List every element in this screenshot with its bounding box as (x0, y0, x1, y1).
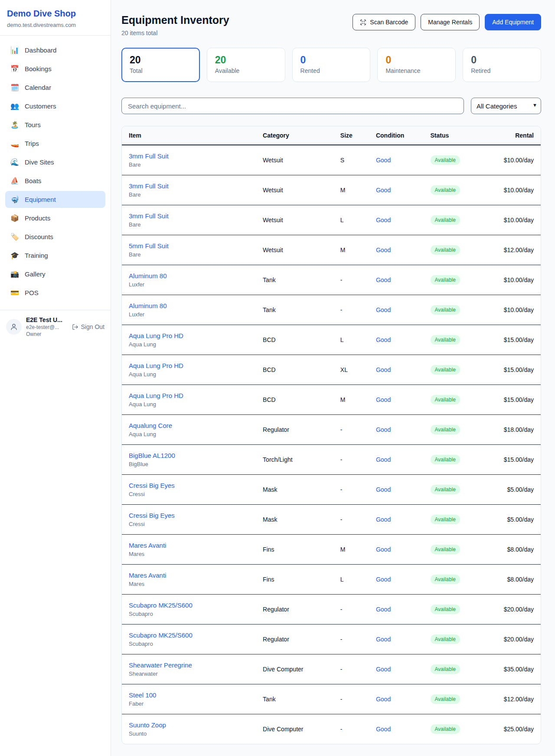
item-name-link[interactable]: Aluminum 80 (129, 302, 167, 309)
stat-label: Total (130, 67, 192, 74)
table-row[interactable]: Aqua Lung Pro HD Aqua Lung BCD L Good Av… (122, 325, 541, 355)
table-row[interactable]: Mares Avanti Mares Fins M Good Available… (122, 534, 541, 564)
brand-block: Demo Dive Shop demo.test.divestreams.com (0, 0, 111, 36)
pos-icon: 💳 (10, 289, 19, 297)
item-name-link[interactable]: BigBlue AL1200 (129, 452, 175, 459)
stat-card-total[interactable]: 20 Total (121, 48, 200, 82)
table-row[interactable]: Mares Avanti Mares Fins L Good Available… (122, 564, 541, 594)
sidebar-item-customers[interactable]: 👥 Customers (5, 98, 105, 115)
table-row[interactable]: 3mm Full Suit Bare Wetsuit M Good Availa… (122, 175, 541, 205)
sidebar-item-trips[interactable]: 🚤 Trips (5, 135, 105, 152)
sidebar-item-calendar[interactable]: 🗓️ Calendar (5, 79, 105, 96)
item-name-link[interactable]: Cressi Big Eyes (129, 512, 175, 519)
manage-rentals-label: Manage Rentals (428, 19, 472, 26)
category-select[interactable]: All Categories (471, 98, 541, 114)
sign-out-button[interactable]: Sign Out (72, 323, 104, 330)
item-name-link[interactable]: Aluminum 80 (129, 272, 167, 279)
table-row[interactable]: 3mm Full Suit Bare Wetsuit S Good Availa… (122, 145, 541, 175)
condition-value: Good (376, 187, 391, 194)
sidebar-item-dashboard[interactable]: 📊 Dashboard (5, 42, 105, 59)
sidebar-item-training[interactable]: 🎓 Training (5, 247, 105, 264)
item-cell: 3mm Full Suit Bare (122, 205, 256, 235)
sidebar-item-pos[interactable]: 💳 POS (5, 284, 105, 301)
item-name-link[interactable]: Shearwater Peregrine (129, 661, 192, 669)
item-name-link[interactable]: Mares Avanti (129, 542, 166, 549)
manage-rentals-button[interactable]: Manage Rentals (421, 14, 480, 30)
size-cell: - (333, 265, 369, 295)
item-cell: Steel 100 Faber (122, 684, 256, 714)
table-row[interactable]: Aqua Lung Pro HD Aqua Lung BCD XL Good A… (122, 355, 541, 385)
scan-barcode-button[interactable]: Scan Barcode (353, 14, 415, 30)
sidebar-item-products[interactable]: 📦 Products (5, 210, 105, 227)
table-row[interactable]: Aluminum 80 Luxfer Tank - Good Available… (122, 295, 541, 325)
item-name-link[interactable]: 3mm Full Suit (129, 182, 169, 190)
item-cell: Aqua Lung Pro HD Aqua Lung (122, 385, 256, 414)
add-equipment-label: Add Equipment (492, 19, 534, 26)
stat-card-available[interactable]: 20 Available (207, 48, 285, 82)
item-name-link[interactable]: Cressi Big Eyes (129, 482, 175, 489)
status-badge: Available (431, 724, 460, 734)
size-cell: - (333, 444, 369, 474)
search-input[interactable] (121, 98, 464, 114)
item-name-link[interactable]: Aqualung Core (129, 422, 172, 429)
nav-label: Calendar (25, 84, 51, 91)
condition-cell: Good (369, 594, 424, 624)
status-badge: Available (431, 155, 460, 165)
item-name-link[interactable]: Aqua Lung Pro HD (129, 392, 183, 399)
sidebar-item-equipment[interactable]: 🤿 Equipment (5, 191, 105, 208)
item-name-link[interactable]: Aqua Lung Pro HD (129, 362, 183, 369)
item-name-link[interactable]: 3mm Full Suit (129, 212, 169, 220)
stat-card-maintenance[interactable]: 0 Maintenance (377, 48, 456, 82)
item-name-link[interactable]: 5mm Full Suit (129, 242, 169, 250)
nav-label: Equipment (25, 196, 56, 203)
item-brand: Bare (129, 221, 249, 228)
table-row[interactable]: 5mm Full Suit Bare Wetsuit M Good Availa… (122, 235, 541, 265)
sidebar-item-discounts[interactable]: 🏷️ Discounts (5, 228, 105, 245)
stat-label: Rented (300, 67, 362, 74)
item-brand: Aqua Lung (129, 431, 249, 437)
item-name-link[interactable]: Steel 100 (129, 691, 156, 699)
size-cell: L (333, 205, 369, 235)
category-cell: Regulator (256, 414, 333, 444)
sidebar-item-dive-sites[interactable]: 🌊 Dive Sites (5, 154, 105, 171)
table-row[interactable]: Cressi Big Eyes Cressi Mask - Good Avail… (122, 474, 541, 504)
item-brand: Aqua Lung (129, 371, 249, 378)
stat-card-rented[interactable]: 0 Rented (292, 48, 371, 82)
sidebar-item-tours[interactable]: 🏝️ Tours (5, 116, 105, 133)
table-row[interactable]: Aluminum 80 Luxfer Tank - Good Available… (122, 265, 541, 295)
item-name-link[interactable]: Scubapro MK25/S600 (129, 631, 193, 639)
rental-price: $12.00/day (497, 235, 541, 265)
table-row[interactable]: Aqua Lung Pro HD Aqua Lung BCD M Good Av… (122, 385, 541, 414)
size-cell: L (333, 325, 369, 355)
add-equipment-button[interactable]: Add Equipment (485, 14, 541, 30)
table-row[interactable]: 3mm Full Suit Bare Wetsuit L Good Availa… (122, 205, 541, 235)
table-row[interactable]: Scubapro MK25/S600 Scubapro Regulator - … (122, 594, 541, 624)
item-name-link[interactable]: Mares Avanti (129, 572, 166, 579)
condition-value: Good (376, 276, 391, 283)
item-brand: Bare (129, 161, 249, 168)
sidebar-item-bookings[interactable]: 📅 Bookings (5, 60, 105, 77)
table-row[interactable]: Shearwater Peregrine Shearwater Dive Com… (122, 654, 541, 684)
table-row[interactable]: Suunto Zoop Suunto Dive Computer - Good … (122, 714, 541, 744)
table-row[interactable]: Scubapro MK25/S600 Scubapro Regulator - … (122, 624, 541, 654)
item-name-link[interactable]: Suunto Zoop (129, 721, 166, 729)
category-cell: BCD (256, 385, 333, 414)
table-row[interactable]: BigBlue AL1200 BigBlue Torch/Light - Goo… (122, 444, 541, 474)
item-name-link[interactable]: 3mm Full Suit (129, 152, 169, 160)
item-name-link[interactable]: Scubapro MK25/S600 (129, 602, 193, 609)
table-row[interactable]: Aqualung Core Aqua Lung Regulator - Good… (122, 414, 541, 444)
status-cell: Available (424, 474, 497, 504)
sidebar-item-gallery[interactable]: 📸 Gallery (5, 266, 105, 283)
sidebar-item-boats[interactable]: ⛵ Boats (5, 172, 105, 189)
col-status: Status (424, 126, 497, 145)
condition-cell: Good (369, 414, 424, 444)
table-row[interactable]: Cressi Big Eyes Cressi Mask - Good Avail… (122, 504, 541, 534)
status-cell: Available (424, 714, 497, 744)
condition-cell: Good (369, 385, 424, 414)
condition-value: Good (376, 247, 391, 253)
item-name-link[interactable]: Aqua Lung Pro HD (129, 332, 183, 339)
stat-card-retired[interactable]: 0 Retired (463, 48, 541, 82)
table-row[interactable]: Steel 100 Faber Tank - Good Available $1… (122, 684, 541, 714)
category-cell: Dive Computer (256, 714, 333, 744)
rental-price: $10.00/day (497, 175, 541, 205)
